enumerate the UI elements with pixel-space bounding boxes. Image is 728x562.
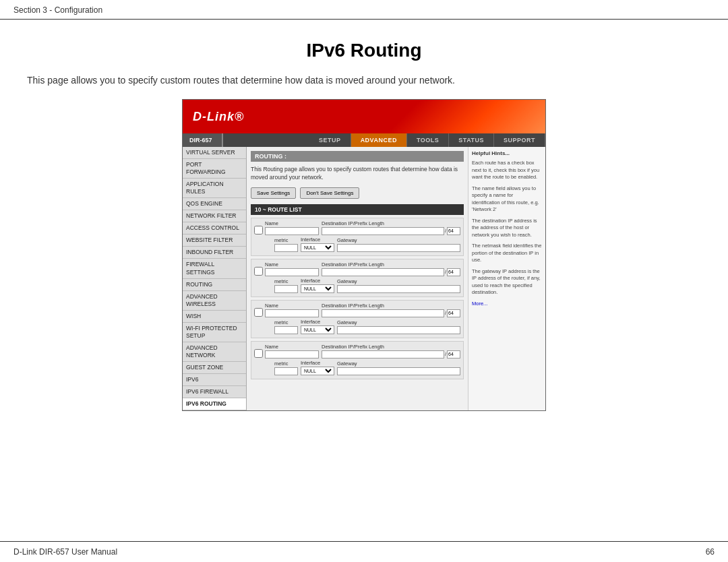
metric-input-1[interactable] xyxy=(274,244,298,252)
sidebar-item-website-filter[interactable]: WEBSITE FILTER xyxy=(183,235,246,247)
sidebar-item-wifi-protected[interactable]: WI-FI PROTECTED SETUP xyxy=(183,323,246,342)
name-input-4[interactable] xyxy=(265,350,319,358)
sidebar-item-ipv6-firewall[interactable]: IPV6 FIREWALL xyxy=(183,386,246,398)
sidebar-item-port-forwarding[interactable]: PORT FORWARDING xyxy=(183,159,246,179)
metric-input-2[interactable] xyxy=(274,285,298,293)
interface-select-4[interactable]: NULL xyxy=(301,367,334,375)
interface-select-3[interactable]: NULL xyxy=(301,325,334,334)
route-fields-3: Name Destination IP/Prefix Length / xyxy=(265,303,460,334)
dest-prefix-1: / xyxy=(322,227,460,235)
route-fields-4: Name Destination IP/Prefix Length / xyxy=(265,344,460,375)
route-list-header: 10 ~ ROUTE LIST xyxy=(251,204,464,215)
router-header: D-Link® xyxy=(183,100,545,133)
helpful-hints-panel: Helpful Hints... Each route has a check … xyxy=(468,147,545,410)
main-content: IPv6 Routing This page allows you to spe… xyxy=(0,20,728,451)
prefix-label-3: / xyxy=(445,311,446,315)
sidebar-item-ipv6[interactable]: IPV6 xyxy=(183,374,246,386)
name-input-3[interactable] xyxy=(265,309,319,317)
router-nav: DIR-657 SETUP ADVANCED TOOLS STATUS SUPP… xyxy=(183,133,545,147)
gateway-input-1[interactable] xyxy=(337,244,460,252)
sidebar-item-routing[interactable]: ROUTING xyxy=(183,279,246,291)
dont-save-settings-button[interactable]: Don't Save Settings xyxy=(300,187,359,199)
route-checkbox-2[interactable] xyxy=(254,267,263,276)
dest-prefix-3: / xyxy=(322,309,460,317)
sidebar-item-virtual-server[interactable]: VIRTUAL SERVER xyxy=(183,147,246,159)
metric-group-1: metric xyxy=(274,237,298,252)
route-fields-2: Name Destination IP/Prefix Length / xyxy=(265,261,460,293)
page-header: Section 3 - Configuration xyxy=(0,0,728,20)
sidebar-item-guest-zone[interactable]: GUEST ZONE xyxy=(183,362,246,374)
router-body: VIRTUAL SERVER PORT FORWARDING APPLICATI… xyxy=(183,147,545,410)
metric-iface-gw-3: metric Interface NULL xyxy=(274,319,460,334)
prefix-input-4[interactable] xyxy=(447,350,460,358)
dest-input-2[interactable] xyxy=(322,268,444,276)
metric-input-3[interactable] xyxy=(274,326,298,334)
name-dest-row-3: Name Destination IP/Prefix Length / xyxy=(265,303,460,317)
name-dest-row-2: Name Destination IP/Prefix Length / xyxy=(265,261,460,276)
name-dest-row-4: Name Destination IP/Prefix Length / xyxy=(265,344,460,358)
metric-input-4[interactable] xyxy=(274,367,298,375)
save-settings-button[interactable]: Save Settings xyxy=(251,187,296,199)
iface-label-2: Interface xyxy=(301,278,334,284)
interface-select-1[interactable]: NULL xyxy=(301,243,334,252)
nav-tab-setup[interactable]: SETUP xyxy=(309,133,351,147)
sidebar-item-access-control[interactable]: ACCESS CONTROL xyxy=(183,222,246,235)
sidebar-item-qos-engine[interactable]: QOS ENGINE xyxy=(183,198,246,210)
dest-group-4: Destination IP/Prefix Length / xyxy=(322,344,460,358)
routing-section-header: ROUTING : xyxy=(251,151,464,162)
name-input-2[interactable] xyxy=(265,268,319,276)
hint-1: Each route has a check box next to it, c… xyxy=(472,160,542,181)
gw-label-1: Gateway xyxy=(337,237,460,243)
route-checkbox-4[interactable] xyxy=(254,349,263,358)
name-group-1: Name xyxy=(265,220,319,235)
dest-input-4[interactable] xyxy=(322,350,444,358)
dest-label-1: Destination IP/Prefix Length xyxy=(322,220,460,226)
route-checkbox-3[interactable] xyxy=(254,308,263,317)
sidebar-item-network-filter[interactable]: NETWORK FILTER xyxy=(183,210,246,222)
router-ui-wrapper: D-Link® DIR-657 SETUP ADVANCED TOOLS STA… xyxy=(27,99,701,411)
sidebar-item-wish[interactable]: WISH xyxy=(183,311,246,323)
gw-label-4: Gateway xyxy=(337,361,460,367)
sidebar-item-advanced-network[interactable]: ADVANCED NETWORK xyxy=(183,342,246,362)
metric-group-2: metric xyxy=(274,278,298,293)
route-entry-2: Name Destination IP/Prefix Length / xyxy=(251,259,464,297)
prefix-input-3[interactable] xyxy=(447,309,460,317)
gateway-input-3[interactable] xyxy=(337,326,460,334)
prefix-input-1[interactable] xyxy=(447,227,460,235)
gw-label-2: Gateway xyxy=(337,278,460,284)
nav-tab-advanced[interactable]: ADVANCED xyxy=(351,133,407,147)
nav-tab-support[interactable]: SUPPORT xyxy=(494,133,545,147)
footer-right: 66 xyxy=(706,547,715,557)
name-group-3: Name xyxy=(265,303,319,317)
sidebar-item-ipv6-routing[interactable]: IPV6 ROUTING xyxy=(183,398,246,410)
gateway-input-2[interactable] xyxy=(337,285,460,293)
router-sidebar: VIRTUAL SERVER PORT FORWARDING APPLICATI… xyxy=(183,147,247,410)
name-group-4: Name xyxy=(265,344,319,358)
hint-4: The netmask field identifies the portion… xyxy=(472,243,542,264)
sidebar-item-advanced-wireless[interactable]: ADVANCED WIRELESS xyxy=(183,291,246,311)
more-link[interactable]: More... xyxy=(472,301,542,307)
metric-iface-gw-4: metric Interface NULL xyxy=(274,360,460,375)
route-entry-4: Name Destination IP/Prefix Length / xyxy=(251,341,464,379)
iface-label-1: Interface xyxy=(301,237,334,243)
interface-select-2[interactable]: NULL xyxy=(301,284,334,293)
hint-5: The gateway IP address is the IP address… xyxy=(472,268,542,296)
prefix-input-2[interactable] xyxy=(447,268,460,276)
name-input-1[interactable] xyxy=(265,227,319,235)
route-checkbox-1[interactable] xyxy=(254,226,263,235)
hints-title: Helpful Hints... xyxy=(472,150,542,156)
gateway-input-4[interactable] xyxy=(337,367,460,375)
dest-input-1[interactable] xyxy=(322,227,444,235)
hint-2: The name field allows you to specify a n… xyxy=(472,185,542,214)
sidebar-item-firewall-settings[interactable]: FIREWALL SETTINGS xyxy=(183,259,246,278)
nav-tabs: SETUP ADVANCED TOOLS STATUS SUPPORT xyxy=(223,133,545,147)
prefix-label-4: / xyxy=(445,352,446,356)
dest-input-3[interactable] xyxy=(322,309,444,317)
sidebar-item-application-rules[interactable]: APPLICATION RULES xyxy=(183,179,246,198)
nav-tab-tools[interactable]: TOOLS xyxy=(407,133,449,147)
footer-left: D-Link DIR-657 User Manual xyxy=(13,547,117,557)
dest-group-1: Destination IP/Prefix Length / xyxy=(322,220,460,235)
dest-label-2: Destination IP/Prefix Length xyxy=(322,261,460,268)
nav-tab-status[interactable]: STATUS xyxy=(449,133,494,147)
sidebar-item-inbound-filter[interactable]: INBOUND FILTER xyxy=(183,247,246,259)
